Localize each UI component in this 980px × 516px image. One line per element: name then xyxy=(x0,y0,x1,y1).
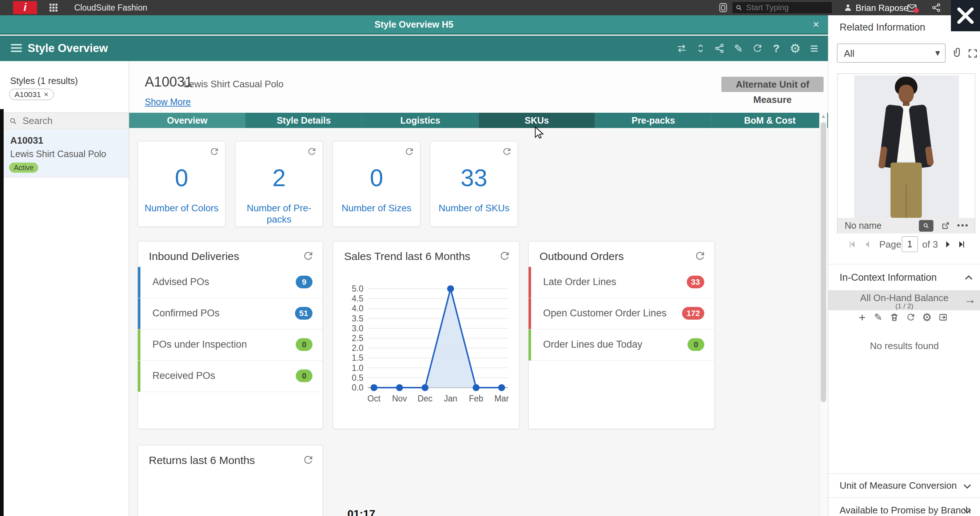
list-item[interactable]: Advised POs 9 xyxy=(138,267,323,298)
chevron-up-icon[interactable] xyxy=(964,275,973,280)
arrow-right-icon[interactable]: → xyxy=(964,292,976,306)
chevron-down-icon: ▾ xyxy=(935,47,940,59)
svg-text:1.5: 1.5 xyxy=(352,353,363,362)
settings-gear-icon[interactable]: ⚙ xyxy=(921,312,932,323)
share-icon[interactable] xyxy=(931,3,942,13)
delete-trash-icon[interactable] xyxy=(889,312,900,323)
sales-trend-chart: 0.00.51.01.52.02.53.03.54.04.55.0OctNovD… xyxy=(333,263,520,427)
page-number-input[interactable] xyxy=(902,237,918,252)
refresh-icon[interactable] xyxy=(748,40,767,56)
list-item[interactable]: Late Order Lines 33 xyxy=(528,267,714,298)
display-toggle-icon[interactable] xyxy=(718,2,729,13)
status-bar xyxy=(528,298,531,329)
list-item[interactable]: Confirmed POs 51 xyxy=(138,298,323,329)
row-label: Late Order Lines xyxy=(543,276,616,287)
list-item[interactable]: Received POs 0 xyxy=(138,361,323,392)
kpi-card-pre-packs[interactable]: 2 Number of Pre-packs xyxy=(235,141,323,227)
count-badge: 0 xyxy=(687,338,704,351)
global-search[interactable] xyxy=(732,2,832,14)
zoom-in-button[interactable] xyxy=(919,220,934,232)
status-bar xyxy=(138,298,140,329)
kpi-card-sizes[interactable]: 0 Number of Sizes xyxy=(332,141,420,227)
more-options-icon[interactable]: ••• xyxy=(957,221,969,230)
notification-dot xyxy=(914,8,919,13)
tab-pre-packs[interactable]: Pre-packs xyxy=(595,113,711,128)
filter-chip[interactable]: A10031 × xyxy=(9,89,54,100)
sidebar-search[interactable] xyxy=(4,112,129,129)
previous-page-icon[interactable] xyxy=(862,240,871,249)
filter-chip-label: A10031 xyxy=(14,90,41,99)
svg-text:1.0: 1.0 xyxy=(352,363,363,373)
alternate-uom-button[interactable]: Alternate Unit of Measure xyxy=(721,77,824,92)
open-external-icon[interactable] xyxy=(941,221,951,230)
refresh-icon[interactable] xyxy=(302,454,314,466)
style-list-item[interactable]: A10031 Lewis Shirt Casual Polo Active xyxy=(4,130,129,178)
first-page-icon[interactable] xyxy=(848,240,857,249)
help-icon[interactable]: ? xyxy=(767,40,786,56)
close-overlay-button[interactable] xyxy=(951,0,980,31)
widget-title: Inbound Deliveries xyxy=(149,250,239,262)
tab-bom-cost[interactable]: BoM & Cost xyxy=(712,113,828,128)
attachment-paperclip-icon[interactable] xyxy=(952,46,964,60)
list-item[interactable]: POs under Inspection 0 xyxy=(138,329,323,361)
refresh-icon[interactable] xyxy=(502,146,512,157)
show-more-link[interactable]: Show More xyxy=(145,97,191,107)
refresh-icon[interactable] xyxy=(499,250,511,262)
refresh-icon[interactable] xyxy=(302,250,314,262)
kpi-card-colors[interactable]: 0 Number of Colors xyxy=(137,141,226,227)
vertical-scrollbar[interactable]: ▲ xyxy=(819,113,827,516)
chip-close-icon[interactable]: × xyxy=(44,90,48,99)
next-page-icon[interactable] xyxy=(944,240,953,249)
settings-gear-icon[interactable]: ⚙ xyxy=(786,40,805,56)
status-bar xyxy=(138,329,140,360)
window-close-icon[interactable]: × xyxy=(813,19,819,30)
swap-icon[interactable] xyxy=(672,40,691,56)
product-image-card: No name ••• xyxy=(837,73,975,233)
user-icon[interactable] xyxy=(843,3,853,13)
tab-logistics[interactable]: Logistics xyxy=(362,113,479,128)
list-item[interactable]: Open Customer Order Lines 172 xyxy=(528,298,714,329)
in-context-view-selector[interactable]: All On-Hand Balance (1 / 2) → xyxy=(828,290,980,310)
section-atp-branch[interactable]: Available to Promise by Branch xyxy=(840,505,971,516)
refresh-icon[interactable] xyxy=(694,250,706,262)
refresh-icon[interactable] xyxy=(404,146,414,157)
hamburger-menu-icon[interactable] xyxy=(11,44,22,53)
edit-icon[interactable]: ✎ xyxy=(873,312,884,323)
refresh-icon[interactable] xyxy=(905,312,916,323)
chevron-down-icon[interactable] xyxy=(963,508,972,513)
list-item[interactable]: Order Lines due Today 0 xyxy=(528,329,714,361)
infor-logo[interactable]: i xyxy=(13,1,37,14)
refresh-icon[interactable] xyxy=(307,146,317,157)
svg-text:4.5: 4.5 xyxy=(352,294,363,303)
empty-state-text: No results found xyxy=(828,340,980,352)
row-label: Open Customer Order Lines xyxy=(543,308,667,319)
scrollbar-thumb[interactable] xyxy=(821,122,826,402)
sidebar-search-input[interactable] xyxy=(22,115,121,127)
divider xyxy=(828,473,980,474)
sales-trend-widget: Sales Trend last 6 Months 0.00.51.01.52.… xyxy=(333,241,519,429)
last-page-icon[interactable] xyxy=(957,240,966,249)
export-icon[interactable] xyxy=(937,312,948,323)
related-info-filter-dropdown[interactable]: All ▾ xyxy=(837,44,945,62)
product-photo[interactable] xyxy=(854,75,959,218)
fullscreen-icon[interactable] xyxy=(967,48,978,59)
tab-style-details[interactable]: Style Details xyxy=(245,113,362,128)
menu-icon[interactable]: ≡ xyxy=(805,40,824,56)
kpi-card-skus[interactable]: 33 Number of SKUs xyxy=(430,141,518,227)
scroll-up-icon[interactable]: ▲ xyxy=(819,113,827,119)
user-name[interactable]: Brian Rapose xyxy=(856,3,908,13)
status-badge: Active xyxy=(9,162,38,173)
app-launcher-grid-icon[interactable] xyxy=(49,3,58,13)
tab-overview[interactable]: Overview xyxy=(129,113,245,128)
refresh-icon[interactable] xyxy=(209,146,220,157)
status-bar xyxy=(138,267,140,298)
global-search-input[interactable] xyxy=(746,3,819,13)
status-bar xyxy=(138,361,140,392)
chevron-down-icon[interactable] xyxy=(963,484,972,489)
share-icon[interactable] xyxy=(710,40,729,56)
kpi-value: 0 xyxy=(333,164,420,192)
expand-vertical-icon[interactable] xyxy=(691,40,710,56)
edit-icon[interactable]: ✎ xyxy=(729,40,748,56)
section-uom-conversion[interactable]: Unit of Measure Conversion xyxy=(840,480,957,491)
add-icon[interactable]: + xyxy=(857,312,868,323)
